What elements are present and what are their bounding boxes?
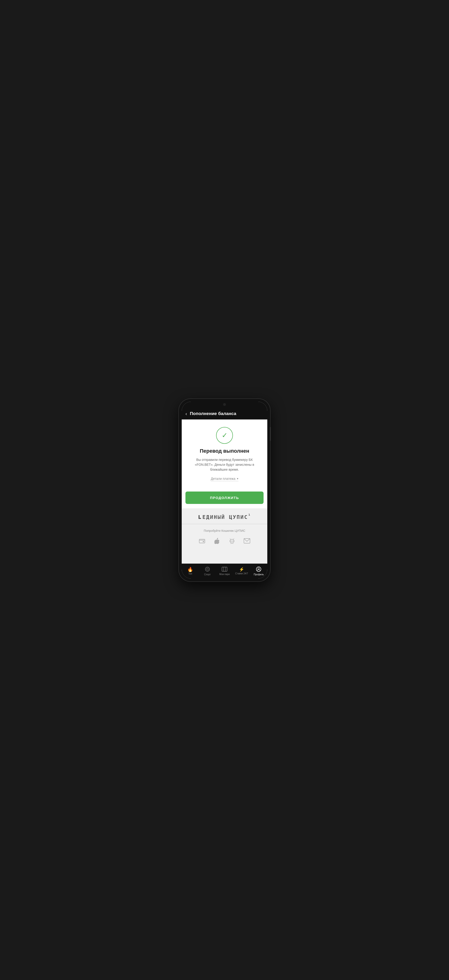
svg-point-17 [258,568,260,570]
tsupis-bracket-right: ¹ [248,513,251,518]
tsupis-section: ʟЕДИНЫЙ ЦУПИС¹ [182,509,267,524]
success-title: Перевод выполнен [200,448,249,454]
phone-side-button [270,427,271,441]
details-link[interactable]: Детали платежа ▾ [211,477,238,481]
wallet-promo-text: Попробуйте Кошелек ЦУПИС [204,529,245,533]
svg-rect-13 [222,567,227,571]
flame-icon: 🔥 [187,567,193,572]
svg-rect-0 [199,539,205,543]
continue-button[interactable]: ПРОДОЛЖИТЬ [186,492,263,504]
lightning-icon: ⚡ [239,567,244,571]
phone-device: ‹ Пополнение баланса ✓ Перевод выполнен … [179,399,270,581]
wallet-icons-row [197,536,252,546]
bets-icon [222,567,227,572]
nav-item-sport[interactable]: Спорт [199,564,216,579]
wallet-icon[interactable] [197,536,207,546]
wallet-section: Попробуйте Кошелек ЦУПИС [182,524,267,552]
profile-icon [256,566,261,573]
svg-rect-1 [203,541,204,542]
nav-label-top: Топ [188,573,192,575]
nav-item-top[interactable]: 🔥 Топ [182,564,199,579]
nav-label-my-bets: Мои пари [219,573,230,576]
tsupis-logo-text: ЕДИНЫЙ ЦУПИС [203,514,248,520]
checkmark-icon: ✓ [222,432,227,439]
nav-label-bets247: Ставки 24/7 [235,572,248,575]
main-content: ✓ Перевод выполнен Вы отправили перевод … [182,420,267,563]
success-description: Вы отправили перевод букмекеру БК «FON.B… [187,457,262,472]
tsupis-bracket-left: ʟ [198,513,203,520]
details-label: Детали платежа [211,477,235,480]
android-icon[interactable] [227,536,236,546]
nav-label-profile: Профиль [254,573,264,576]
bottom-nav: 🔥 Топ Спорт [182,563,267,579]
svg-point-12 [206,568,208,570]
success-card: ✓ Перевод выполнен Вы отправили перевод … [182,420,267,488]
sport-icon [205,566,210,573]
header: ‹ Пополнение баланса [182,408,267,420]
tsupis-logo: ʟЕДИНЫЙ ЦУПИС¹ [198,514,251,520]
svg-point-4 [231,541,231,541]
email-wallet-icon[interactable] [242,536,252,546]
back-button[interactable]: ‹ [186,411,187,416]
svg-line-7 [233,539,234,539]
nav-item-my-bets[interactable]: Мои пари [216,564,233,579]
phone-screen: ‹ Пополнение баланса ✓ Перевод выполнен … [182,402,267,579]
chevron-down-icon: ▾ [237,477,238,480]
svg-point-5 [232,541,233,541]
svg-point-11 [205,567,209,571]
nav-item-bets247[interactable]: ⚡ Ставки 24/7 [233,564,250,579]
continue-button-wrap: ПРОДОЛЖИТЬ [182,488,267,509]
success-icon-circle: ✓ [216,427,233,444]
svg-line-6 [230,539,231,539]
nav-item-profile[interactable]: Профиль [250,564,267,579]
phone-notch [223,403,226,406]
nav-label-sport: Спорт [204,573,211,576]
page-title: Пополнение баланса [190,411,236,416]
apple-icon[interactable] [213,536,222,546]
